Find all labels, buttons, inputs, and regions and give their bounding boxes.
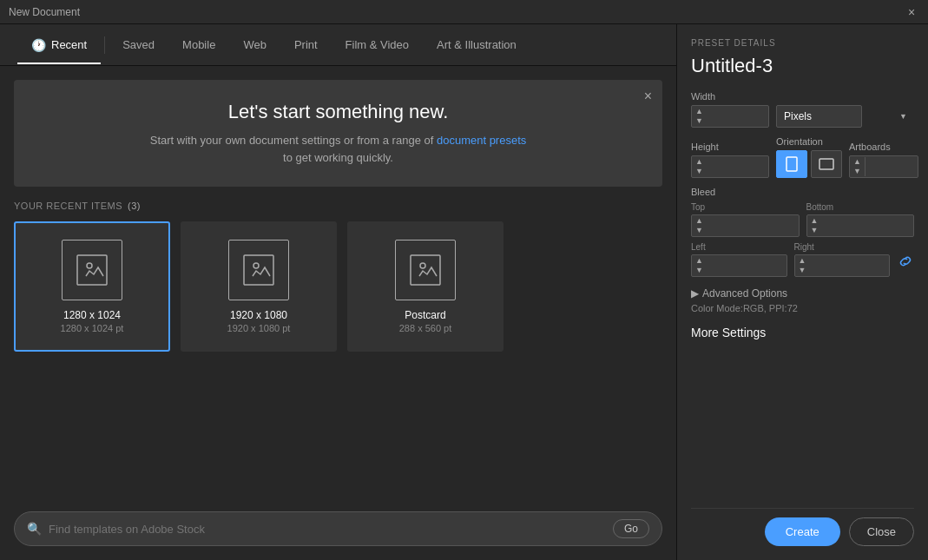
search-icon: 🔍 [27, 522, 42, 536]
bleed-left-up-button[interactable]: ▲ [692, 256, 707, 266]
artboards-spinners: ▲ ▼ [850, 157, 865, 176]
bleed-left-down-button[interactable]: ▼ [692, 266, 707, 275]
bleed-right-down-button[interactable]: ▼ [795, 266, 810, 275]
bleed-left-group: Left ▲ ▼ 0 px [691, 242, 787, 277]
close-panel-button[interactable]: Close [849, 517, 914, 546]
tab-print[interactable]: Print [280, 26, 332, 63]
main-layout: 🕐 Recent Saved Mobile Web Print Film & V… [0, 24, 928, 560]
svg-point-5 [420, 263, 425, 268]
bleed-right-label: Right [794, 242, 891, 252]
tab-recent[interactable]: 🕐 Recent [17, 26, 101, 64]
tab-saved[interactable]: Saved [109, 26, 168, 63]
recent-section: YOUR RECENT ITEMS (3) 1280 x 1024 1280 x… [0, 201, 676, 497]
tab-film-video[interactable]: Film & Video [332, 26, 423, 63]
panel-buttons: Create Close [691, 508, 914, 546]
recent-item-2[interactable]: Postcard 288 x 560 pt [347, 221, 503, 352]
recent-item-dims-2: 288 x 560 pt [399, 323, 452, 333]
bleed-label: Bleed [691, 187, 914, 197]
artboards-input[interactable]: 1 [865, 156, 918, 177]
artboards-group: Artboards ▲ ▼ 1 [849, 142, 918, 178]
svg-rect-2 [244, 255, 273, 285]
recent-item-name-0: 1280 x 1024 [63, 309, 121, 321]
go-button[interactable]: Go [613, 519, 649, 538]
bleed-bottom-down-button[interactable]: ▼ [807, 226, 822, 235]
svg-rect-0 [77, 255, 107, 285]
window-title: New Document [9, 6, 80, 18]
unit-label-spacer [776, 91, 914, 102]
bleed-bottom-input[interactable]: 0 px [821, 215, 913, 236]
width-up-button[interactable]: ▲ [692, 107, 707, 116]
width-input[interactable]: 900 px [707, 106, 768, 127]
width-row: Width ▲ ▼ 900 px Pixels Inches Centimete… [691, 91, 914, 128]
orientation-label: Orientation [776, 136, 842, 147]
portrait-button[interactable] [776, 150, 807, 178]
banner-title: Let's start something new. [31, 101, 645, 123]
link-bleed-icon[interactable] [897, 253, 914, 273]
width-down-button[interactable]: ▼ [692, 116, 707, 126]
banner-subtitle-text2: to get working quickly. [283, 151, 393, 164]
svg-rect-7 [819, 159, 833, 169]
tab-web[interactable]: Web [229, 26, 280, 63]
bleed-right-input[interactable]: 0 px [809, 255, 889, 276]
recent-item-icon-2 [395, 240, 456, 300]
advanced-options-label: Advanced Options [702, 287, 787, 300]
artboards-down-button[interactable]: ▼ [850, 167, 865, 176]
svg-rect-4 [411, 255, 440, 285]
preset-details-label: PRESET DETAILS [691, 38, 914, 48]
orientation-group: Orientation [776, 136, 842, 178]
preset-name: Untitled-3 [691, 55, 914, 77]
bleed-left-input-wrap: ▲ ▼ 0 px [691, 254, 787, 277]
height-down-button[interactable]: ▼ [692, 167, 707, 176]
svg-point-3 [253, 263, 259, 268]
recent-item-1[interactable]: 1920 x 1080 1920 x 1080 pt [181, 221, 337, 352]
recent-item-0[interactable]: 1280 x 1024 1280 x 1024 pt [14, 221, 170, 352]
width-spinners: ▲ ▼ [692, 107, 707, 126]
recent-item-name-2: Postcard [405, 309, 445, 321]
bleed-right-up-button[interactable]: ▲ [795, 256, 810, 266]
bleed-left-spinners: ▲ ▼ [692, 256, 707, 275]
right-panel: PRESET DETAILS Untitled-3 Width ▲ ▼ 900 … [676, 24, 928, 560]
bleed-top-up-button[interactable]: ▲ [692, 216, 707, 226]
more-settings-link[interactable]: More Settings [691, 326, 914, 348]
unit-select[interactable]: Pixels Inches Centimeters Millimeters Po… [776, 105, 862, 128]
create-button[interactable]: Create [765, 517, 840, 546]
recent-items-list: 1280 x 1024 1280 x 1024 pt 1920 x 1080 1… [14, 221, 662, 352]
svg-rect-6 [786, 157, 797, 171]
bleed-left-right-row: Left ▲ ▼ 0 px Right ▲ ▼ 0 px [691, 242, 914, 277]
bleed-bottom-up-button[interactable]: ▲ [807, 216, 822, 226]
banner: × Let's start something new. Start with … [14, 80, 662, 187]
document-presets-link[interactable]: document presets [437, 134, 526, 147]
recent-item-dims-1: 1920 x 1080 pt [227, 323, 291, 333]
banner-close-button[interactable]: × [644, 89, 652, 104]
width-label: Width [691, 91, 769, 102]
height-label: Height [691, 142, 769, 152]
recent-item-icon-1 [228, 240, 289, 300]
tab-art-illustration[interactable]: Art & Illustration [423, 26, 530, 63]
recent-item-name-1: 1920 x 1080 [230, 309, 287, 321]
width-group: Width ▲ ▼ 900 px [691, 91, 769, 128]
titlebar: New Document × [0, 0, 928, 24]
window-close-button[interactable]: × [904, 4, 919, 20]
height-input-wrap: ▲ ▼ 900 px [691, 155, 769, 178]
height-up-button[interactable]: ▲ [692, 157, 707, 167]
height-input[interactable]: 900 px [707, 156, 768, 177]
bleed-top-group: Top ▲ ▼ 0 px [691, 202, 800, 237]
bleed-top-down-button[interactable]: ▼ [692, 226, 707, 235]
recent-header: YOUR RECENT ITEMS (3) [14, 201, 662, 211]
search-input[interactable] [49, 523, 606, 536]
bleed-top-input-wrap: ▲ ▼ 0 px [691, 214, 800, 237]
bleed-left-input[interactable]: 0 px [707, 255, 786, 276]
bleed-top-label: Top [691, 202, 800, 212]
height-orient-row: Height ▲ ▼ 900 px Orientation [691, 136, 914, 178]
height-spinners: ▲ ▼ [692, 157, 707, 176]
artboards-up-button[interactable]: ▲ [850, 157, 865, 167]
width-input-wrap: ▲ ▼ 900 px [691, 105, 769, 128]
chevron-right-icon: ▶ [691, 287, 699, 300]
bleed-top-input[interactable]: 0 px [707, 215, 799, 236]
bleed-top-bottom-row: Top ▲ ▼ 0 px Bottom ▲ ▼ 0 px [691, 202, 914, 237]
bleed-bottom-spinners: ▲ ▼ [807, 216, 822, 235]
landscape-button[interactable] [811, 150, 842, 178]
tab-mobile[interactable]: Mobile [168, 26, 229, 63]
bleed-bottom-label: Bottom [806, 202, 915, 212]
advanced-options-toggle[interactable]: ▶ Advanced Options [691, 287, 914, 300]
